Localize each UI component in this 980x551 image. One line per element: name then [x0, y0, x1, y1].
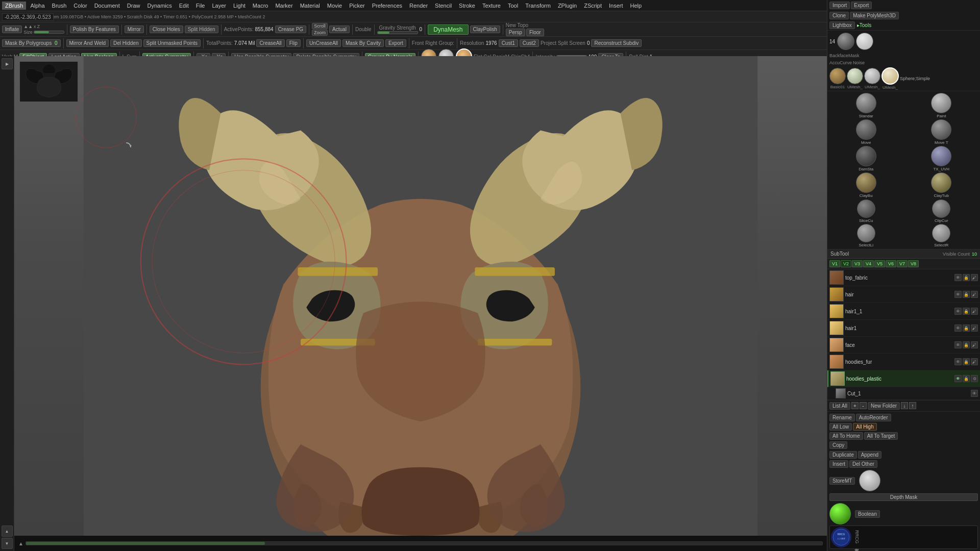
mirror-btn[interactable]: Mirror — [125, 26, 144, 33]
subtool-vis-fur[interactable]: 👁 — [954, 358, 962, 365]
subtool-lock-icon[interactable]: 🔒 — [963, 274, 970, 281]
menu-zbush[interactable]: ZBrush — [2, 2, 26, 10]
boolean-btn[interactable]: Boolean — [855, 510, 880, 518]
menu-stroke[interactable]: Stroke — [456, 2, 478, 10]
scroll-btn[interactable]: Scroll — [312, 23, 328, 29]
subtool-vis-plastic[interactable]: 👁 — [954, 375, 962, 382]
menu-transform[interactable]: Transform — [522, 2, 554, 10]
store-mt-btn[interactable]: StoreMT — [829, 477, 855, 485]
new-folder-btn[interactable]: New Folder — [868, 402, 900, 410]
v7-btn[interactable]: V7 — [897, 260, 908, 267]
menu-material[interactable]: Material — [297, 2, 323, 10]
subtool-brush-plastic[interactable]: ⚙ — [971, 375, 978, 382]
mat-umesh2[interactable] — [864, 68, 880, 84]
uncrease-all-btn[interactable]: UnCreaseAll — [306, 39, 341, 47]
depth-mask-btn[interactable]: Depth Mask — [829, 493, 978, 501]
export-btn[interactable]: Export — [385, 39, 406, 47]
tool-clipcurve[interactable]: ClipCur — [904, 199, 979, 223]
subtool-vis-hair1[interactable]: 👁 — [954, 324, 962, 332]
menu-color[interactable]: Color — [70, 2, 90, 10]
v6-btn[interactable]: V6 — [886, 260, 896, 267]
menu-texture[interactable]: Texture — [479, 2, 504, 10]
mask-cavity-btn[interactable]: Mask By Cavity — [342, 39, 384, 47]
list-all-minus-btn[interactable]: - — [860, 402, 867, 409]
v1-btn[interactable]: V1 — [829, 260, 840, 267]
copy-rp-btn[interactable]: Copy — [829, 441, 847, 449]
v8-btn[interactable]: V8 — [908, 260, 919, 267]
menu-help[interactable]: Help — [627, 2, 645, 10]
subtool-vis-icon[interactable]: 👁 — [954, 274, 962, 281]
subtool-lock-icon-hair[interactable]: 🔒 — [963, 291, 970, 298]
menu-picker[interactable]: Picker — [346, 2, 368, 10]
mat-basic01[interactable] — [829, 68, 846, 84]
subtool-brush-hair1[interactable]: 🖌 — [971, 324, 978, 332]
tool-move-t[interactable]: Move T — [904, 119, 979, 145]
clay-polish-btn[interactable]: ClayPolish — [470, 26, 500, 33]
polish-by-features-btn[interactable]: Polish By Features — [70, 26, 119, 33]
tool-tx-uvh[interactable]: TX_UVH — [904, 146, 979, 171]
inflate-btn[interactable]: Inflate — [2, 26, 22, 33]
mat-umesh1[interactable] — [847, 68, 863, 84]
tool-standard[interactable]: Standar — [829, 93, 903, 118]
subtool-lock-fur[interactable]: 🔒 — [963, 358, 970, 365]
insert-rp-btn[interactable]: Insert — [829, 460, 848, 468]
menu-macro[interactable]: Macro — [250, 2, 272, 10]
subtool-cut1[interactable]: Cut_1 👁 — [827, 387, 980, 400]
mirror-weld-btn[interactable]: Mirror And Weld — [66, 39, 109, 47]
subtool-hair[interactable]: hair 👁 🔒 🖌 — [827, 286, 980, 303]
menu-light[interactable]: Light — [230, 2, 249, 10]
tool-claytube[interactable]: ClayTub — [904, 172, 979, 198]
sidebar-scroll-down[interactable]: ▼ — [2, 538, 13, 549]
menu-edit[interactable]: Edit — [176, 2, 192, 10]
all-to-home-btn[interactable]: All To Home — [829, 432, 863, 440]
tool-damstandard[interactable]: DamSta — [829, 146, 903, 171]
zoom-btn[interactable]: Zoom — [312, 30, 328, 36]
subtool-brush-icon[interactable]: 🖌 — [971, 274, 978, 281]
duplicate-btn[interactable]: Duplicate — [829, 451, 857, 459]
v2-btn[interactable]: V2 — [841, 260, 851, 267]
subtool-brush-fur[interactable]: 🖌 — [971, 358, 978, 365]
menu-insert[interactable]: Insert — [606, 2, 626, 10]
mat-sphere-2[interactable] — [856, 33, 873, 50]
subtool-lock-hair1-1[interactable]: 🔒 — [963, 308, 970, 315]
del-hidden-btn[interactable]: Del Hidden — [110, 39, 141, 47]
v4-btn[interactable]: V4 — [863, 260, 874, 267]
mat-umesh3[interactable] — [881, 67, 899, 85]
tool-selectrect[interactable]: SelectR — [904, 224, 979, 247]
tool-selectlasso[interactable]: SelectLi — [829, 224, 903, 247]
subtool-vis-hair1-1[interactable]: 👁 — [954, 308, 962, 315]
subtool-vis-face[interactable]: 👁 — [954, 341, 962, 348]
subtool-lock-plastic[interactable]: 🔒 — [963, 375, 970, 382]
subtool-hair1[interactable]: hair1 👁 🔒 🖌 — [827, 320, 980, 337]
subtool-hair1-1[interactable]: hair1_1 👁 🔒 🖌 — [827, 303, 980, 320]
subtool-hoodies-plastic[interactable]: hoodies_plastic 👁 🔒 ⚙ — [827, 370, 980, 387]
list-all-btn[interactable]: List All — [829, 402, 850, 410]
tool-move[interactable]: Move — [829, 119, 903, 145]
floor-btn[interactable]: Floor — [526, 29, 544, 36]
menu-zscript[interactable]: ZScript — [581, 2, 605, 10]
all-low-btn[interactable]: All Low — [829, 423, 852, 431]
tool-slicecurve[interactable]: SliceCu — [829, 199, 903, 223]
subtool-hoodies-fur[interactable]: hoodies_fur 👁 🔒 🖌 — [827, 354, 980, 370]
menu-document[interactable]: Document — [91, 2, 123, 10]
menu-alpha[interactable]: Alpha — [27, 2, 47, 10]
import-btn[interactable]: Import — [829, 2, 850, 9]
all-to-target-btn[interactable]: All To Target — [864, 432, 898, 440]
subtool-lock-hair1[interactable]: 🔒 — [963, 324, 970, 332]
menu-file[interactable]: File — [193, 2, 208, 10]
subtool-top-fabric[interactable]: top_fabric 👁 🔒 🖌 — [827, 269, 980, 286]
list-all-plus-btn[interactable]: + — [851, 402, 859, 409]
menu-stencil[interactable]: Stencil — [432, 2, 455, 10]
reconstruct-subdiv-btn[interactable]: Reconstruct Subdiv — [591, 39, 642, 47]
clone-btn[interactable]: Clone — [829, 12, 849, 19]
canvas-area[interactable] — [14, 56, 827, 536]
close-holes-btn[interactable]: Close Holes — [150, 26, 183, 33]
append-btn[interactable]: Append — [858, 451, 881, 459]
tool-paint[interactable]: Paint — [904, 93, 979, 118]
subtool-brush-icon-hair[interactable]: 🖌 — [971, 291, 978, 298]
crease-all-btn[interactable]: CreaseAll — [256, 39, 284, 47]
menu-dynamics[interactable]: Dynamics — [144, 2, 175, 10]
flip-btn[interactable]: Flip — [286, 39, 301, 47]
v3-btn[interactable]: V3 — [852, 260, 863, 267]
sidebar-arrow-right[interactable]: ▶ — [2, 58, 13, 69]
